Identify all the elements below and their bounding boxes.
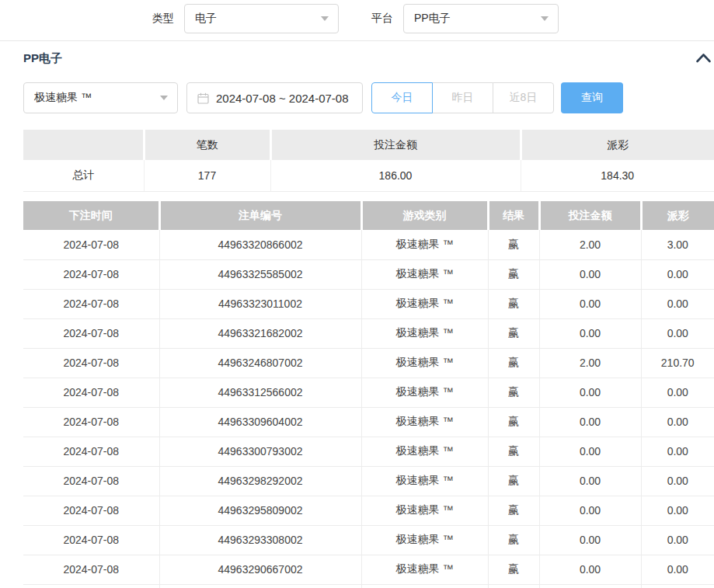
result-cell: 赢: [488, 378, 539, 407]
chevron-up-icon: [695, 54, 712, 65]
order-number-cell: 44963298292002: [159, 466, 361, 496]
bet-time-cell: [23, 584, 159, 588]
payout-cell: 0.00: [641, 525, 714, 555]
order-number-cell: [159, 584, 361, 588]
bet-table-header-cell: 注单编号: [159, 201, 361, 230]
payout-cell: 0.00: [641, 289, 714, 318]
payout-cell: 0.00: [641, 437, 714, 466]
order-number-cell: 44963325585002: [159, 259, 361, 289]
result-cell: 赢: [488, 466, 539, 496]
bet-amount-cell: 0.00: [539, 466, 641, 496]
bet-amount-cell: 0.00: [539, 525, 641, 555]
bet-time-cell: 2024-07-08: [23, 525, 159, 555]
type-select[interactable]: 电子: [184, 4, 339, 33]
bet-time-cell: 2024-07-08: [23, 407, 159, 437]
order-number-cell: 44963290667002: [159, 555, 361, 584]
bet-amount-cell: [539, 584, 641, 588]
summary-header-row: 笔数投注金额派彩: [23, 130, 714, 160]
chevron-down-icon: [160, 96, 168, 100]
order-number-cell: 44963312566002: [159, 378, 361, 407]
order-number-cell: 44963293308002: [159, 525, 361, 555]
game-select[interactable]: 极速糖果 ™: [23, 82, 178, 113]
order-number-cell: 44963295809002: [159, 496, 361, 525]
type-filter-group: 类型 电子: [152, 4, 339, 33]
payout-cell: [641, 584, 714, 588]
quick-range-button[interactable]: 昨日: [432, 82, 493, 113]
result-cell: 赢: [488, 289, 539, 318]
bet-table-row: 2024-07-0844963293308002极速糖果 ™赢0.000.00: [23, 525, 714, 555]
bet-amount-cell: 0.00: [539, 318, 641, 348]
bet-amount-cell: 0.00: [539, 378, 641, 407]
date-range-value: 2024-07-08 ~ 2024-07-08: [216, 92, 349, 105]
summary-total-label: 总计: [23, 160, 144, 191]
payout-cell: 0.00: [641, 555, 714, 584]
game-category-cell: 极速糖果 ™: [361, 348, 488, 378]
payout-cell: 0.00: [641, 378, 714, 407]
payout-cell: 0.00: [641, 259, 714, 289]
chevron-down-icon: [541, 16, 549, 21]
quick-range-group: 今日昨日近8日: [371, 82, 554, 113]
summary-count-value: 177: [144, 160, 270, 191]
payout-cell: 0.00: [641, 318, 714, 348]
result-cell: 赢: [488, 230, 539, 259]
order-number-cell: 44963323011002: [159, 289, 361, 318]
bet-time-cell: 2024-07-08: [23, 259, 159, 289]
bet-table-row: 2024-07-0844963312566002极速糖果 ™赢0.000.00: [23, 378, 714, 407]
bet-table-row: 2024-07-0844963325585002极速糖果 ™赢0.000.00: [23, 259, 714, 289]
bet-amount-cell: 0.00: [539, 407, 641, 437]
summary-total-row: 总计177186.00184.30: [23, 160, 714, 191]
bet-table-row: 2024-07-0844963290667002极速糖果 ™赢0.000.00: [23, 555, 714, 584]
result-cell: 赢: [488, 259, 539, 289]
collapse-section-button[interactable]: [695, 53, 712, 63]
type-label: 类型: [152, 12, 174, 26]
section-title: PP电子: [23, 51, 62, 64]
payout-cell: 0.00: [641, 466, 714, 496]
query-button[interactable]: 查询: [561, 82, 623, 113]
bet-table: 下注时间注单编号游戏类别结果投注金额派彩 2024-07-08449633208…: [23, 201, 714, 588]
result-cell: 赢: [488, 525, 539, 555]
result-cell: 赢: [488, 555, 539, 584]
bet-table-header-cell: 下注时间: [23, 201, 159, 230]
game-category-cell: 极速糖果 ™: [361, 496, 488, 525]
bet-time-cell: 2024-07-08: [23, 466, 159, 496]
summary-payout-value: 184.30: [521, 160, 714, 191]
result-cell: 赢: [488, 318, 539, 348]
platform-filter-group: 平台 PP电子: [371, 4, 559, 33]
platform-select[interactable]: PP电子: [403, 4, 559, 33]
order-number-cell: 44963320866002: [159, 230, 361, 259]
platform-select-value: PP电子: [414, 12, 451, 26]
bet-table-row: 2024-07-0844963295809002极速糖果 ™赢0.000.00: [23, 496, 714, 525]
quick-range-button[interactable]: 今日: [371, 82, 433, 113]
bet-amount-cell: 0.00: [539, 555, 641, 584]
game-category-cell: 极速糖果 ™: [361, 525, 488, 555]
quick-range-button[interactable]: 近8日: [493, 82, 554, 113]
game-category-cell: 极速糖果 ™: [361, 259, 488, 289]
date-range-picker[interactable]: 2024-07-08 ~ 2024-07-08: [186, 82, 363, 113]
bet-table-row: 2024-07-0844963320866002极速糖果 ™赢2.003.00: [23, 230, 714, 259]
bet-table-row-partial: [23, 584, 714, 588]
game-category-cell: 极速糖果 ™: [361, 555, 488, 584]
bet-amount-cell: 0.00: [539, 289, 641, 318]
bet-time-cell: 2024-07-08: [23, 378, 159, 407]
bet-amount-cell: 2.00: [539, 348, 641, 378]
bet-table-body: 2024-07-0844963320866002极速糖果 ™赢2.003.002…: [23, 230, 714, 588]
order-number-cell: 44963321682002: [159, 318, 361, 348]
bet-table-row: 2024-07-0844963321682002极速糖果 ™赢0.000.00: [23, 318, 714, 348]
bet-table-header-cell: 投注金额: [539, 201, 641, 230]
bet-table-header-cell: 结果: [488, 201, 539, 230]
order-number-cell: 44963246807002: [159, 348, 361, 378]
bet-amount-cell: 0.00: [539, 496, 641, 525]
game-category-cell: 极速糖果 ™: [361, 407, 488, 437]
bet-table-header-cell: 派彩: [641, 201, 714, 230]
bet-table-row: 2024-07-0844963298292002极速糖果 ™赢0.000.00: [23, 466, 714, 496]
bet-time-cell: 2024-07-08: [23, 289, 159, 318]
bet-amount-cell: 2.00: [539, 230, 641, 259]
bet-table-row: 2024-07-0844963323011002极速糖果 ™赢0.000.00: [23, 289, 714, 318]
game-select-value: 极速糖果 ™: [34, 91, 92, 105]
game-category-cell: 极速糖果 ™: [361, 437, 488, 466]
result-cell: [488, 584, 539, 588]
calendar-icon: [197, 92, 209, 104]
bet-time-cell: 2024-07-08: [23, 348, 159, 378]
game-category-cell: 极速糖果 ™: [361, 378, 488, 407]
bet-amount-cell: 0.00: [539, 437, 641, 466]
